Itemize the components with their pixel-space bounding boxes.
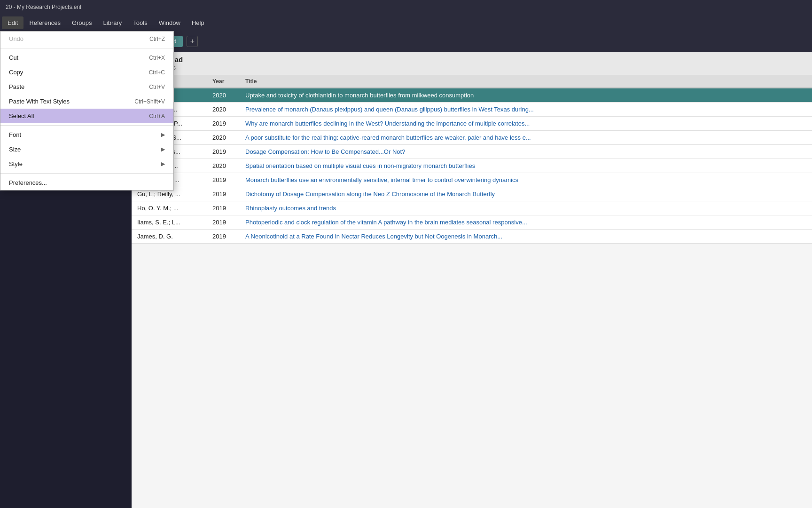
column-header-year[interactable]: Year [212,78,245,85]
table-row[interactable]: James, D. G. 2019 A Neonicotinoid at a R… [132,230,812,244]
window-title: 20 - My Research Projects.enl [6,4,81,10]
font-submenu-arrow-icon: ▶ [161,132,165,138]
separator-1 [0,48,173,48]
paste-styles-label: Paste With Text Styles [9,98,70,105]
menu-item-preferences[interactable]: Preferences... [0,175,173,190]
menu-help[interactable]: Help [186,16,210,29]
menu-item-select-all[interactable]: Select All Ctrl+A [0,109,173,123]
ref-year: 2019 [212,190,245,198]
undo-label: Undo [9,35,23,42]
ref-year: 2019 [212,219,245,226]
ref-author: James, D. G. [137,233,212,240]
ref-title: A Neonicotinoid at a Rate Found in Necta… [245,233,806,240]
menu-groups[interactable]: Groups [66,16,98,29]
menu-references[interactable]: References [23,16,66,29]
title-bar: 20 - My Research Projects.enl [0,0,812,14]
table-row[interactable]: Duan, J.; Lars... 2019 Dosage Compensati… [132,145,812,159]
ref-title: Why are monarch butterflies declining in… [245,120,806,127]
menu-item-cut[interactable]: Cut Ctrl+X [0,50,173,65]
panel-title: To Download [139,56,804,64]
preferences-label: Preferences... [9,179,47,186]
ref-title: Monarch butterflies use an environmental… [245,176,806,183]
column-header-title[interactable]: Title [245,78,806,85]
ref-year: 2019 [212,120,245,127]
style-submenu-arrow-icon: ▶ [161,161,165,167]
menu-edit[interactable]: Edit [2,16,23,29]
select-all-shortcut: Ctrl+A [149,113,165,119]
table-row[interactable]: Green, D. A., ... 2019 Monarch butterfli… [132,173,812,187]
ref-year: 2020 [212,134,245,141]
references-list: gar, T. A.; ... 2020 Uptake and toxicity… [132,88,812,508]
table-row[interactable]: Davis, A. K.; S... 2020 A poor substitut… [132,131,812,145]
menu-item-font[interactable]: Font ▶ [0,127,173,142]
select-all-label: Select All [9,112,34,119]
panel-header: To Download 25 References [132,52,812,75]
menu-window[interactable]: Window [153,16,186,29]
separator-3 [0,173,173,174]
table-row[interactable]: Gu, L.; Reilly, ... 2019 Dichotomy of Do… [132,187,812,201]
paste-label: Paste [9,83,24,90]
table-row[interactable]: gar, T. A.; ... 2020 Uptake and toxicity… [132,88,812,103]
table-row[interactable]: Brym, M. Z.; ... 2020 Prevalence of mona… [132,103,812,117]
cut-shortcut: Ctrl+X [149,55,165,61]
content-area: To Download + To Download 25 References … [132,31,812,508]
paste-styles-shortcut: Ctrl+Shift+V [134,98,165,105]
menu-item-style[interactable]: Style ▶ [0,157,173,171]
ref-title: Dichotomy of Dosage Compensation along t… [245,190,806,198]
ref-year: 2020 [212,162,245,169]
copy-shortcut: Ctrl+C [149,69,165,76]
font-label: Font [9,131,21,138]
ref-year: 2019 [212,176,245,183]
table-row[interactable]: Franzke, M.; ... 2020 Spatial orientatio… [132,159,812,173]
ref-title: A poor substitute for the real thing: ca… [245,134,806,141]
ref-title: Spatial orientation based on multiple vi… [245,162,806,169]
menu-item-size[interactable]: Size ▶ [0,142,173,157]
content-toolbar: To Download + [132,31,812,52]
ref-title: Uptake and toxicity of clothianidin to m… [245,92,806,99]
ref-title: Prevalence of monarch (Danaus plexippus)… [245,106,806,113]
edit-dropdown-menu: Undo Ctrl+Z Cut Ctrl+X Copy Ctrl+C Paste… [0,31,174,190]
menu-item-undo[interactable]: Undo Ctrl+Z [0,32,173,46]
ref-year: 2020 [212,92,245,99]
ref-year: 2019 [212,205,245,212]
panel-subtitle: 25 References [139,64,804,71]
table-row[interactable]: Crone, E. E.; P... 2019 Why are monarch … [132,117,812,131]
undo-shortcut: Ctrl+Z [149,36,165,42]
ref-year: 2019 [212,233,245,240]
menu-item-copy[interactable]: Copy Ctrl+C [0,65,173,79]
menu-item-paste-with-text-styles[interactable]: Paste With Text Styles Ctrl+Shift+V [0,94,173,109]
ref-title: Dosage Compensation: How to Be Compensat… [245,148,806,155]
size-label: Size [9,146,21,153]
table-header: Author ▾ Year Title [132,75,812,88]
ref-author: Gu, L.; Reilly, ... [137,190,212,198]
add-tab-button[interactable]: + [187,36,198,47]
copy-label: Copy [9,69,23,76]
size-submenu-arrow-icon: ▶ [161,146,165,152]
separator-2 [0,125,173,126]
ref-year: 2019 [212,148,245,155]
ref-title: Photoperiodic and clock regulation of th… [245,219,806,226]
ref-year: 2020 [212,106,245,113]
menu-tools[interactable]: Tools [127,16,153,29]
ref-author: Iiams, S. E.; L... [137,219,212,226]
ref-author: Ho, O. Y. M.; ... [137,205,212,212]
menu-library[interactable]: Library [98,16,128,29]
cut-label: Cut [9,54,18,61]
paste-shortcut: Ctrl+V [149,84,165,90]
menu-item-paste[interactable]: Paste Ctrl+V [0,79,173,94]
style-label: Style [9,160,23,167]
table-row[interactable]: Iiams, S. E.; L... 2019 Photoperiodic an… [132,215,812,230]
menu-bar: Edit References Groups Library Tools Win… [0,14,812,31]
table-row[interactable]: Ho, O. Y. M.; ... 2019 Rhinoplasty outco… [132,201,812,215]
ref-title: Rhinoplasty outcomes and trends [245,205,806,212]
